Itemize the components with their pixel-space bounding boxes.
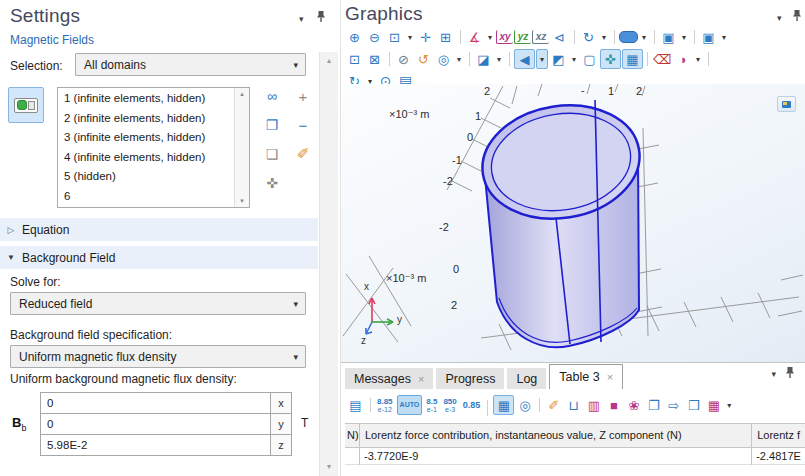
show-axis-orientation-icon[interactable]: ✜ (600, 49, 621, 69)
graphics-menu-dropdown[interactable]: ▾ (777, 13, 782, 23)
selection-combo[interactable]: All domains ▾ (75, 53, 306, 76)
scroll-up-icon[interactable]: ▴ (235, 88, 249, 100)
zoom-in-icon[interactable]: ⊕ (345, 28, 364, 46)
render-options-dropdown[interactable]: ▾ (569, 50, 579, 68)
material-rendering-dropdown[interactable]: ▾ (719, 28, 729, 46)
table-view-icon[interactable]: ▦ (493, 395, 514, 415)
filled-plot-icon[interactable]: ■ (604, 396, 623, 414)
rose-plot-icon[interactable]: ❀ (624, 396, 643, 414)
close-tab-icon[interactable]: × (418, 373, 424, 385)
section-background-field[interactable]: ▼ Background Field (0, 246, 318, 269)
reset-hiding-icon[interactable]: ↺ (414, 50, 433, 68)
scene-light-dropdown[interactable]: ▾ (536, 49, 548, 69)
graphics-canvas[interactable]: ×10⁻³ m ×10⁻³ m 2 1 0 -1 -2 -2 0 2 - 1 2… (341, 84, 805, 362)
zoom-extents-icon[interactable]: ✛ (416, 28, 435, 46)
add-to-selection-icon[interactable]: + (293, 86, 313, 106)
view-xz-icon[interactable]: xz (532, 30, 549, 44)
clear-color-icon[interactable]: ⌫ (653, 50, 672, 68)
table-cell[interactable]: -2.4817E (752, 448, 805, 465)
tab-progress[interactable]: Progress (436, 368, 504, 389)
go-to-view-dropdown[interactable]: ▾ (485, 28, 495, 46)
column-header[interactable]: Lorentz force contribution, instantaneou… (360, 423, 751, 448)
color-palette-icon[interactable]: ◑ (673, 50, 692, 68)
format-885e-12[interactable]: 8.85 e-12 (375, 397, 395, 414)
view-xy-icon[interactable]: xy (496, 30, 513, 44)
full-precision-icon[interactable]: ▤ (346, 396, 365, 414)
primitive-cylinder-dropdown[interactable]: ▾ (639, 28, 649, 46)
more-table-options-dropdown[interactable]: ▾ (724, 396, 734, 414)
zoom-to-selection-icon[interactable]: ✜ (262, 173, 282, 193)
flux-density-input[interactable]: 0 (40, 392, 271, 414)
duplicate-table-icon[interactable]: ❒ (684, 396, 703, 414)
activate-selection-button[interactable] (8, 87, 44, 123)
tab-messages[interactable]: Messages × (345, 368, 433, 389)
rotate-view-dropdown[interactable]: ▾ (599, 28, 609, 46)
column-header[interactable]: Lorentz f (752, 423, 805, 448)
bg-spec-combo[interactable]: Uniform magnetic flux density ▾ (10, 345, 306, 368)
format-85e-1[interactable]: 8.5 e-1 (424, 397, 439, 414)
table-cell[interactable] (345, 448, 359, 465)
tab-log[interactable]: Log (507, 368, 546, 389)
domain-list-item[interactable]: 6 (58, 187, 234, 207)
scroll-up-icon[interactable]: ▴ (320, 54, 338, 68)
clear-table-icon[interactable]: ✐ (544, 396, 563, 414)
console-menu-dropdown[interactable]: ▾ (771, 369, 776, 379)
create-selection-icon[interactable]: ∞ (262, 86, 282, 106)
table-settings-icon[interactable]: ▥ (584, 396, 603, 414)
domain-list-item[interactable]: 3 (infinite elements, hidden) (58, 128, 234, 148)
wireframe-icon[interactable]: ▢ (580, 50, 599, 68)
domain-selection-list[interactable]: 1 (infinite elements, hidden) 2 (infinit… (57, 87, 250, 208)
tab-table-3[interactable]: Table 3 × (549, 364, 623, 389)
transparency-icon[interactable]: ◪ (474, 50, 493, 68)
scroll-down-icon[interactable]: ▾ (320, 460, 338, 474)
domain-list-item[interactable]: 1 (infinite elements, hidden) (58, 89, 234, 109)
select-box-icon[interactable]: ⊡ (345, 50, 364, 68)
close-tab-icon[interactable]: × (607, 371, 613, 383)
remove-from-selection-icon[interactable]: − (293, 115, 313, 135)
format-850e-3[interactable]: 850 e-3 (441, 397, 458, 414)
hide-selected-icon[interactable]: ⊘ (394, 50, 413, 68)
graphics-pin-icon[interactable] (792, 8, 802, 26)
export-table-icon[interactable]: ⇨ (664, 396, 683, 414)
table-grid-icon[interactable]: ▦ (704, 396, 723, 414)
solve-for-combo[interactable]: Reduced field ▾ (10, 292, 306, 315)
rotate-view-icon[interactable]: ↻ (579, 28, 598, 46)
delete-table-icon[interactable]: ⊔ (564, 396, 583, 414)
show-grid-icon[interactable]: ▦ (622, 49, 643, 69)
sphere-view-icon[interactable]: ◎ (515, 396, 534, 414)
flux-density-input[interactable]: 5.98E-2 (40, 434, 271, 456)
settings-scrollbar[interactable]: ▴ ▾ (319, 52, 338, 476)
deselect-box-icon[interactable]: ⊠ (365, 50, 384, 68)
console-pin-icon[interactable] (785, 365, 795, 383)
clear-selection-icon[interactable]: ✐ (293, 144, 313, 164)
color-palette-dropdown[interactable]: ▾ (693, 50, 703, 68)
scroll-down-icon[interactable]: ▾ (235, 195, 249, 207)
view-yz-icon[interactable]: yz (514, 30, 531, 44)
render-options-icon[interactable]: ◩ (549, 50, 568, 68)
format-0-85[interactable]: 0.85 (461, 400, 483, 410)
transparency-dropdown[interactable]: ▾ (494, 50, 504, 68)
go-to-default-view-icon[interactable]: ∡ (465, 28, 484, 46)
zoom-box-dropdown[interactable]: ▾ (405, 28, 415, 46)
zoom-selected-icon[interactable]: ⊞ (436, 28, 455, 46)
scene-environment-icon[interactable]: ▣ (659, 28, 678, 46)
copy-selection-icon[interactable]: ❐ (262, 115, 282, 135)
zoom-box-icon[interactable]: ⊡ (385, 28, 404, 46)
view-unhidden-icon[interactable]: ◎ (434, 50, 453, 68)
domain-list-item[interactable]: 4 (infinite elements, hidden) (58, 148, 234, 168)
paste-selection-icon[interactable]: ❏ (262, 144, 282, 164)
scene-light-icon[interactable]: ◀ (514, 49, 535, 69)
section-equation[interactable]: ▷ Equation (0, 218, 318, 241)
settings-menu-dropdown[interactable]: ▾ (299, 14, 304, 24)
domain-list-item[interactable]: 2 (infinite elements, hidden) (58, 109, 234, 129)
domain-list-item[interactable]: 5 (hidden) (58, 167, 234, 187)
canvas-context-widget-icon[interactable] (777, 96, 796, 112)
material-rendering-icon[interactable]: ▣ (699, 28, 718, 46)
copy-table-icon[interactable]: ❐ (644, 396, 663, 414)
zoom-out-icon[interactable]: ⊖ (365, 28, 384, 46)
flux-density-input[interactable]: 0 (40, 413, 271, 435)
scene-environment-dropdown[interactable]: ▾ (679, 28, 689, 46)
camera-movie-icon[interactable]: ⊲ (550, 28, 569, 46)
domain-list-scrollbar[interactable]: ▴ ▾ (234, 88, 249, 207)
column-header[interactable]: N) (345, 423, 359, 448)
